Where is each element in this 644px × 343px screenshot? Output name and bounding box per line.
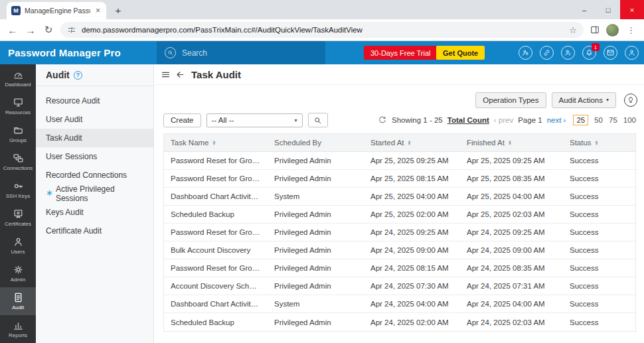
column-header-task-name[interactable]: Task Name▲▼ (164, 139, 268, 147)
sidebar-item-resource-audit[interactable]: Resource Audit (36, 92, 153, 110)
page-size-100[interactable]: 100 (623, 116, 636, 124)
refresh-icon[interactable] (378, 115, 387, 125)
screen: M ManageEngine Password Mana... × + – □ … (0, 0, 644, 343)
column-header-finished-at[interactable]: Finished At▲▼ (460, 139, 563, 147)
user-alert-icon[interactable] (561, 46, 575, 60)
table-row[interactable]: Dashboard Chart Activity Sche...SystemAp… (164, 295, 635, 313)
get-quote-button[interactable]: Get Quote (436, 46, 485, 60)
window-minimize-button[interactable]: – (572, 0, 596, 19)
reload-button[interactable]: ↻ (42, 24, 54, 36)
sidebar-item-certificates[interactable]: Certificates (0, 204, 36, 232)
menu-collapse-icon[interactable] (161, 70, 171, 80)
cell-status: Success (563, 300, 635, 308)
sidebar-item-recorded-connections[interactable]: Recorded Connections (36, 166, 153, 184)
audit-icon (13, 292, 24, 303)
cell-finished: Apr 24, 2025 09:25 AM (460, 228, 563, 236)
user-arrow-icon[interactable] (519, 46, 532, 60)
page-size-25[interactable]: 25 (573, 115, 588, 125)
sidebar-item-task-audit[interactable]: Task Audit (36, 129, 153, 147)
cell-scheduled_by: System (268, 192, 364, 200)
cell-status: Success (563, 192, 635, 200)
column-header-started-at[interactable]: Started At▲▼ (364, 139, 460, 147)
secondary-sidebar-title: Audit (46, 70, 70, 80)
link-icon[interactable] (540, 46, 554, 60)
sidebar-item-groups[interactable]: Groups (0, 120, 36, 148)
cell-finished: Apr 24, 2025 08:35 AM (460, 264, 563, 272)
sidebar-item-certificate-audit[interactable]: Certificate Audit (36, 222, 153, 240)
table-row[interactable]: Scheduled BackupPrivileged AdminApr 24, … (164, 313, 635, 331)
connections-icon (13, 153, 24, 164)
total-count-link[interactable]: Total Count (447, 116, 489, 124)
tab-close-icon[interactable]: × (94, 6, 102, 15)
user-profile-icon[interactable] (625, 46, 639, 60)
cell-status: Success (563, 174, 635, 182)
sidebar-item-user-sessions[interactable]: User Sessions (36, 147, 153, 166)
table-row[interactable]: Password Reset for Group - De...Privileg… (164, 170, 635, 188)
app-logo: Password Manager Pro (8, 41, 121, 64)
notification-bell-icon[interactable]: 1 (582, 46, 596, 60)
global-search-input[interactable] (182, 48, 295, 58)
table-row[interactable]: Password Reset for Group - N...Privilege… (164, 152, 635, 170)
sidebar-item-resources[interactable]: Resources (0, 92, 36, 120)
next-page-link[interactable]: next › (547, 116, 566, 124)
sidebar-item-connections[interactable]: Connections (0, 148, 36, 176)
sort-icon[interactable]: ▲▼ (595, 140, 599, 146)
sidebar-item-reports[interactable]: Reports (0, 315, 36, 343)
table-row[interactable]: Dashboard Chart Activity Sche...SystemAp… (164, 188, 635, 206)
page-size-75[interactable]: 75 (609, 116, 617, 124)
sidebar-item-users[interactable]: Users (0, 232, 36, 259)
sort-icon[interactable]: ▲▼ (508, 140, 512, 146)
mail-icon[interactable] (604, 46, 617, 60)
browser-menu-icon[interactable]: ⋮ (625, 25, 637, 35)
cell-started: Apr 24, 2025 07:30 AM (364, 282, 460, 290)
site-settings-icon[interactable] (67, 25, 76, 34)
prev-page-link: ‹ prev (494, 116, 513, 124)
filter-select[interactable]: -- All -- ▾ (206, 113, 303, 127)
table-row[interactable]: Password Reset for Group - N...Privilege… (164, 224, 635, 241)
side-panel-icon[interactable] (590, 25, 600, 35)
sidebar-item-ssh-keys[interactable]: SSH Keys (0, 176, 36, 204)
reports-icon (13, 320, 24, 331)
browser-tab[interactable]: M ManageEngine Password Mana... × (7, 2, 106, 19)
cell-scheduled_by: Privileged Admin (268, 174, 364, 182)
sidebar-item-keys-audit[interactable]: Keys Audit (36, 203, 153, 222)
table-search-button[interactable] (308, 113, 328, 127)
column-header-scheduled-by: Scheduled By (268, 139, 364, 147)
browser-chrome: M ManageEngine Password Mana... × + – □ … (0, 0, 644, 41)
create-button[interactable]: Create (163, 113, 201, 127)
window-close-button[interactable]: × (620, 0, 644, 19)
free-trial-button[interactable]: 30-Days Free Trial (364, 46, 437, 60)
page-size-50[interactable]: 50 (594, 116, 603, 124)
cell-started: Apr 24, 2025 09:25 AM (364, 228, 460, 236)
global-search (157, 41, 325, 64)
column-header-status[interactable]: Status▲▼ (563, 139, 635, 147)
new-tab-button[interactable]: + (112, 5, 125, 16)
back-arrow-icon[interactable] (175, 70, 185, 80)
bookmark-star-icon[interactable]: ☆ (569, 25, 577, 35)
help-icon[interactable]: ? (74, 71, 82, 80)
sidebar-item-audit[interactable]: Audit (0, 287, 36, 315)
cell-finished: Apr 24, 2025 07:31 AM (460, 282, 563, 290)
browser-profile-avatar[interactable] (606, 24, 619, 36)
audit-actions-button[interactable]: Audit Actions ▾ (552, 92, 617, 108)
table-row[interactable]: Account Discovery Schedule - ...Privileg… (164, 277, 635, 295)
cell-scheduled_by: Privileged Admin (268, 318, 364, 326)
sidebar-item-active-privileged-sessions[interactable]: ∗Active Privileged Sessions (36, 184, 153, 203)
tips-bulb-icon[interactable] (624, 94, 637, 107)
sidebar-item-user-audit[interactable]: User Audit (36, 110, 153, 129)
table-row[interactable]: Bulk Account DiscoveryPrivileged AdminAp… (164, 241, 635, 259)
sidebar-item-admin[interactable]: Admin (0, 259, 36, 287)
sort-icon[interactable]: ▲▼ (212, 140, 216, 146)
forward-button[interactable]: → (25, 25, 37, 36)
app-header: Password Manager Pro 30-Days Free Trial … (0, 41, 644, 64)
table-row[interactable]: Scheduled BackupPrivileged AdminApr 25, … (164, 206, 635, 224)
window-controls: – □ × (572, 0, 644, 19)
address-bar[interactable]: demo.passwordmanagerpro.com/PassTrixMain… (60, 22, 584, 38)
operation-types-button[interactable]: Operation Types (475, 92, 546, 108)
back-button[interactable]: ← (7, 25, 19, 36)
table-row[interactable]: Password Reset for Group - De...Privileg… (164, 259, 635, 277)
sidebar-item-dashboard[interactable]: Dashboard (0, 64, 36, 92)
cell-scheduled_by: System (268, 300, 364, 308)
sort-icon[interactable]: ▲▼ (408, 140, 412, 146)
window-maximize-button[interactable]: □ (596, 0, 620, 19)
